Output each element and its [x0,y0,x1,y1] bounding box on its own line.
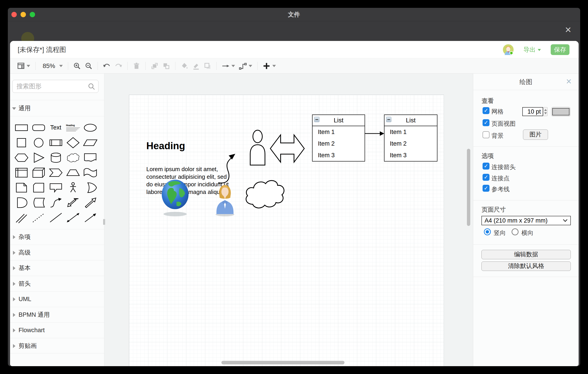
connection-style-button[interactable] [222,62,235,70]
shape-line[interactable] [48,211,64,224]
shape-triangle[interactable] [31,151,46,164]
background-checkbox[interactable] [483,131,490,138]
sidebar-section-高级[interactable]: 高级 [10,245,104,260]
portrait-radio[interactable] [484,228,491,235]
list-shape[interactable]: ListItem 1Item 2Item 3 [312,115,365,162]
shape-rectangle[interactable] [14,121,29,134]
collapse-minus-icon[interactable] [314,117,319,122]
sidebar-section-Flowchart[interactable]: Flowchart [10,322,104,338]
shape-or[interactable] [83,181,98,194]
undo-button[interactable] [103,62,111,70]
edit-data-button[interactable]: 编辑数据 [482,250,571,259]
shape-square[interactable] [14,136,29,149]
export-button[interactable]: 导出 [524,46,541,54]
shape-trapezoid[interactable] [65,166,81,179]
chevron-down-icon [563,217,567,222]
page-view-button[interactable] [17,62,30,70]
sidebar-resize-handle[interactable] [103,219,105,225]
page-size-select[interactable]: A4 (210 mm x 297 mm) [482,216,571,225]
shape-step[interactable] [48,166,64,179]
page-view-checkbox[interactable] [483,119,490,126]
zoom-level-button[interactable]: 85% [41,62,63,70]
list-item[interactable]: Item 1 [385,126,437,138]
shape-actor[interactable] [65,181,81,194]
insert-button[interactable] [263,62,276,70]
earth-clipart[interactable] [161,178,189,218]
shape-textbox[interactable]: Heading [65,121,81,134]
sidebar-section-剪贴画[interactable]: 剪贴画 [10,338,104,354]
shape-parallelogram[interactable] [83,136,98,149]
shape-cylinder[interactable] [48,151,64,164]
option-checkbox-2[interactable] [483,174,490,181]
titlebar: 文件 [8,8,580,21]
shape-internal-storage[interactable] [14,166,29,179]
vertical-scrollbar[interactable] [467,149,470,226]
person-shape[interactable] [249,129,266,166]
shape-bidirectional-connector[interactable] [65,211,81,224]
sidebar-section-基本[interactable]: 基本 [10,260,104,276]
shape-bidirectional-arrow[interactable] [65,196,81,209]
zoom-in-button[interactable] [73,62,81,70]
shape-process[interactable] [48,136,64,149]
user-avatar[interactable] [503,44,514,55]
sidebar-section-UML[interactable]: UML [10,291,104,307]
shape-link[interactable] [14,211,29,224]
close-icon[interactable]: × [563,25,574,35]
shape-text[interactable]: Text [48,121,64,134]
list-item[interactable]: Item 2 [313,138,365,149]
list-item[interactable]: Item 3 [385,149,437,161]
woman-clipart[interactable] [213,182,237,217]
option-checkbox-3[interactable] [483,185,490,192]
shape-diamond[interactable] [65,136,81,149]
shape-data-storage[interactable] [31,196,46,209]
horizontal-scrollbar[interactable] [221,361,345,364]
list-item[interactable]: Item 3 [313,149,365,161]
search-input[interactable] [17,80,86,92]
clear-default-style-button[interactable]: 清除默认风格 [482,262,571,271]
zoom-out-button[interactable] [85,62,93,70]
textbox-glyph-line [66,128,80,128]
shape-rounded-rectangle[interactable] [31,121,46,134]
waypoint-style-button[interactable] [239,62,252,70]
shape-directional-connector[interactable] [83,211,98,224]
landscape-radio[interactable] [512,228,518,235]
shape-arrow[interactable] [83,196,98,209]
shape-note[interactable] [14,181,29,194]
shape-circle[interactable] [31,136,46,149]
list-shape[interactable]: ListItem 1Item 2Item 3 [384,115,437,162]
canvas-heading-shape[interactable]: Heading [146,140,185,152]
cloud-shape[interactable] [243,177,286,212]
grid-size-input[interactable] [522,107,543,116]
shape-document[interactable] [83,151,98,164]
double-arrow-shape[interactable] [270,130,305,167]
shape-curve[interactable] [48,196,64,209]
grid-checkbox[interactable] [483,107,490,114]
format-panel: 绘图 × 查看 网格 页面视图 背景 图片 [473,74,579,366]
sidebar-section-杂项[interactable]: 杂项 [10,229,104,245]
background-image-button[interactable]: 图片 [523,130,548,140]
shape-hexagon[interactable] [14,151,29,164]
grid-color-swatch[interactable] [551,107,571,117]
shape-card[interactable] [31,181,46,194]
diagram-canvas[interactable]: Heading Lorem ipsum dolor sit amet, cons… [104,74,473,366]
collapse-minus-icon[interactable] [386,117,391,122]
shape-and[interactable] [14,196,29,209]
list-connector-arrow[interactable] [365,130,385,137]
shape-callout[interactable] [48,181,64,194]
option-checkbox-1[interactable] [483,163,490,170]
save-button[interactable]: 保存 [551,44,569,55]
sidebar-section-BPMN 通用[interactable]: BPMN 通用 [10,307,104,323]
shape-cloud[interactable] [65,151,81,164]
app-window: 文件 × [未保存*] 流程图 [8,8,580,366]
shape-tape[interactable] [83,166,98,179]
shape-ellipse[interactable] [83,121,98,134]
curved-arrow-shape[interactable] [215,150,242,186]
grid-size-stepper[interactable] [543,107,547,116]
sidebar-section-箭头[interactable]: 箭头 [10,276,104,291]
shape-dashed-line[interactable] [31,211,46,224]
list-item[interactable]: Item 1 [313,126,365,138]
sidebar-section-general[interactable]: 通用 [10,100,104,116]
list-item[interactable]: Item 2 [385,138,437,149]
shape-cube[interactable] [31,166,46,179]
panel-close-icon[interactable]: × [564,76,574,86]
